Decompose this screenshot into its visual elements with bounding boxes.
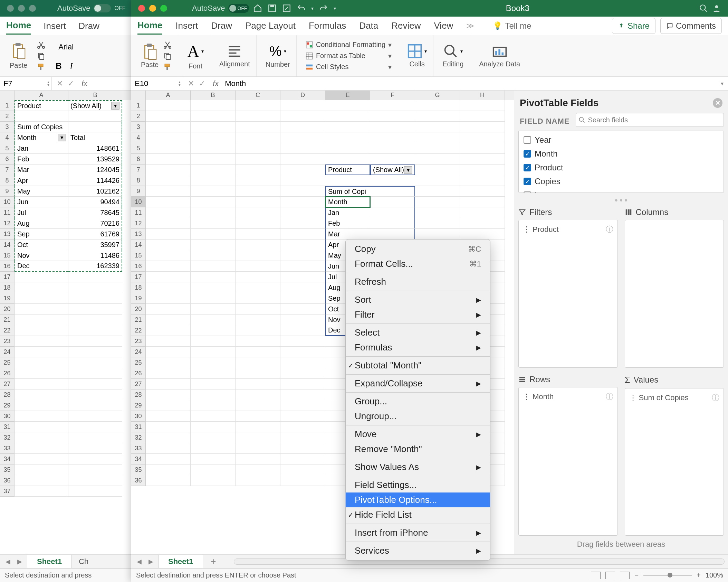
comments-button[interactable]: Comments [660,18,722,34]
cell[interactable] [460,207,505,218]
cell[interactable] [146,336,191,347]
menu-item[interactable]: Insert from iPhone▶ [346,525,490,540]
row-header[interactable]: 3 [0,122,15,132]
bg-sheet-2[interactable]: Ch [75,555,93,568]
tab-formulas[interactable]: Formulas [309,18,346,34]
cell[interactable] [280,282,325,293]
cell[interactable] [280,389,325,400]
menu-item[interactable]: Move▶ [346,427,490,442]
menu-item[interactable]: Ungroup... [346,409,490,424]
value-item[interactable]: ⋮Sum of Copiesⓘ [628,391,721,404]
cell[interactable] [146,154,191,165]
row-header[interactable]: 28 [131,389,146,400]
cell[interactable] [191,143,236,154]
cell[interactable] [460,218,505,229]
row-header[interactable]: 13 [0,229,15,240]
cell[interactable] [146,325,191,336]
cancel-icon[interactable]: ✕ [57,79,63,88]
row-header[interactable]: 24 [0,347,15,357]
menu-item[interactable]: Format Cells...⌘1 [346,256,490,271]
cell[interactable] [280,143,325,154]
tab-draw[interactable]: Draw [211,18,232,34]
cell[interactable] [236,218,280,229]
cell[interactable] [15,368,68,379]
cell[interactable]: Sep [15,229,68,240]
row-header[interactable]: 3 [131,122,146,132]
copy-icon[interactable] [163,52,172,60]
row-header[interactable]: 9 [131,186,146,197]
cut-icon[interactable] [37,41,45,49]
cell[interactable]: 11486 [68,250,122,261]
cell[interactable] [191,132,236,143]
bg-tab-insert[interactable]: Insert [44,18,66,34]
cell[interactable] [68,486,122,497]
row-header[interactable]: 30 [0,411,15,422]
cell[interactable] [146,143,191,154]
cell[interactable] [236,111,280,122]
cell[interactable] [280,132,325,143]
cell[interactable]: 70216 [68,218,122,229]
cell[interactable] [236,207,280,218]
column-header-d[interactable]: D [280,91,325,100]
cell[interactable] [280,304,325,315]
cell[interactable] [15,454,68,464]
row-header[interactable]: 32 [0,432,15,443]
cell[interactable]: (Show All)▼ [370,165,415,175]
cell[interactable] [146,411,191,422]
more-tabs-icon[interactable]: ≫ [466,21,474,30]
cell[interactable] [68,411,122,422]
bg-grid[interactable]: A B 1Product(Show All)▼23Sum of Copies4M… [0,91,131,497]
search-fields-input[interactable] [576,113,724,127]
bg-tab-draw[interactable]: Draw [78,18,99,34]
field-list[interactable]: Year✓Month✓Product✓CopiesIncome [518,131,724,193]
cell[interactable] [370,111,415,122]
cell[interactable] [191,304,236,315]
row-header[interactable]: 18 [0,282,15,293]
cell[interactable] [191,464,236,475]
row-header[interactable]: 34 [0,454,15,464]
bg-tab-home[interactable]: Home [6,17,31,35]
row-header[interactable]: 20 [131,304,146,315]
row-header[interactable]: 27 [131,379,146,389]
font-name[interactable]: Arial [56,41,76,53]
checkbox[interactable] [524,191,531,193]
filters-area[interactable]: ⋮Productⓘ [518,220,618,368]
cell[interactable] [146,111,191,122]
cell[interactable] [191,347,236,357]
cell[interactable] [191,368,236,379]
bg-autosave-toggle[interactable] [94,4,111,12]
cell[interactable]: 148661 [68,143,122,154]
checkbox[interactable]: ✓ [524,164,531,171]
cell[interactable] [236,154,280,165]
values-area[interactable]: ⋮Sum of Copiesⓘ [625,388,724,536]
cell[interactable] [15,357,68,368]
row-header[interactable]: 26 [131,368,146,379]
row-header[interactable]: 10 [131,197,146,207]
column-header-g[interactable]: G [415,91,460,100]
cell[interactable] [370,132,415,143]
cell[interactable] [68,422,122,432]
row-header[interactable]: 33 [0,443,15,454]
cell[interactable] [15,336,68,347]
autosave-toggle[interactable]: OFF [228,4,249,13]
cell[interactable] [191,443,236,454]
cell[interactable]: Month [325,197,370,207]
cell[interactable] [146,293,191,304]
zoom-out-icon[interactable]: − [634,571,639,579]
row-header[interactable]: 30 [131,411,146,422]
fx-icon[interactable]: fx [79,79,90,88]
cell[interactable]: 114426 [68,175,122,186]
column-header-f[interactable]: F [370,91,415,100]
row-header[interactable]: 11 [0,207,15,218]
cell[interactable]: Sum of Copies [15,122,68,132]
cell[interactable] [191,389,236,400]
cell[interactable] [191,175,236,186]
zoom-slider[interactable] [643,575,692,576]
cell[interactable]: Aug [15,218,68,229]
cell[interactable] [280,111,325,122]
cell[interactable] [191,336,236,347]
cell[interactable] [236,282,280,293]
tab-insert[interactable]: Insert [175,18,198,34]
cell[interactable]: Product [325,165,370,175]
row-header[interactable]: 11 [131,207,146,218]
